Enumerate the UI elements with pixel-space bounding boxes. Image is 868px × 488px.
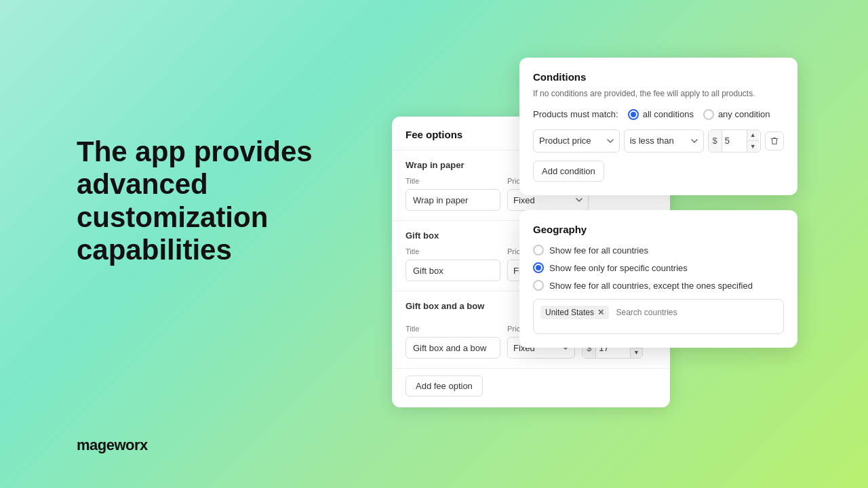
match-label: Products must match: [533, 109, 618, 119]
cond-decrement[interactable]: ▼ [747, 141, 759, 152]
title-label-1: Title [406, 177, 500, 185]
radio-any-condition[interactable]: any condition [703, 109, 770, 120]
geography-card: Geography Show fee for all countries Sho… [519, 210, 797, 348]
gift-box-bow-title: Gift box and a bow [406, 301, 484, 311]
hero-heading: The app provides advanced customization … [77, 136, 361, 266]
country-tag-us: United States ✕ [540, 306, 609, 319]
condition-operator-select[interactable]: is less than [624, 129, 704, 152]
title-label-3: Title [406, 325, 500, 333]
trash-icon [770, 136, 779, 146]
radio-all-label: all conditions [643, 109, 694, 119]
match-row: Products must match: all conditions any … [533, 109, 784, 120]
cond-stepper: ▲ ▼ [747, 130, 759, 152]
add-condition-button[interactable]: Add condition [533, 161, 604, 182]
geo-except-label: Show fee for all countries, except the o… [549, 281, 753, 291]
geo-option-all[interactable]: Show fee for all countries [533, 245, 784, 256]
countries-search-input[interactable] [616, 308, 698, 317]
geo-radio-all [533, 245, 544, 256]
country-tag-remove[interactable]: ✕ [597, 308, 604, 317]
add-fee-option-button[interactable]: Add fee option [406, 375, 483, 396]
condition-row: Product price is less than $ ▲ ▼ [533, 129, 784, 152]
brand-logo: mageworx [77, 436, 148, 454]
cond-increment[interactable]: ▲ [747, 130, 759, 142]
geography-title: Geography [533, 224, 784, 235]
match-radio-group: all conditions any condition [628, 109, 770, 120]
condition-field-select[interactable]: Product price [533, 129, 620, 152]
country-tag-label: United States [545, 308, 594, 317]
radio-any-circle [703, 109, 714, 120]
gift-box-bow-title-input[interactable] [406, 337, 500, 359]
geo-option-specific[interactable]: Show fee only for specific countries [533, 262, 784, 273]
geo-radio-specific [533, 262, 544, 273]
geo-radio-except [533, 280, 544, 291]
condition-value-input[interactable] [722, 136, 747, 146]
condition-delete-button[interactable] [765, 131, 784, 150]
title-label-2: Title [406, 247, 500, 256]
wrap-in-paper-title-input[interactable] [406, 189, 500, 211]
conditions-card: Conditions If no conditions are provided… [519, 58, 797, 195]
gift-box-title-input[interactable] [406, 260, 500, 281]
value-decrement[interactable]: ▼ [631, 348, 642, 359]
conditions-title: Conditions [533, 71, 784, 83]
geo-option-except[interactable]: Show fee for all countries, except the o… [533, 280, 784, 291]
conditions-subtitle: If no conditions are provided, the fee w… [533, 88, 784, 100]
geo-all-label: Show fee for all countries [549, 245, 648, 256]
geo-specific-label: Show fee only for specific countries [549, 263, 688, 273]
hero-section: The app provides advanced customization … [77, 136, 361, 266]
radio-all-conditions[interactable]: all conditions [628, 109, 694, 120]
radio-all-circle [628, 109, 639, 120]
radio-any-label: any condition [718, 109, 770, 119]
condition-value-wrap: $ ▲ ▼ [708, 129, 761, 152]
cond-dollar-sign: $ [709, 130, 722, 152]
countries-input-wrap[interactable]: United States ✕ [533, 299, 784, 334]
